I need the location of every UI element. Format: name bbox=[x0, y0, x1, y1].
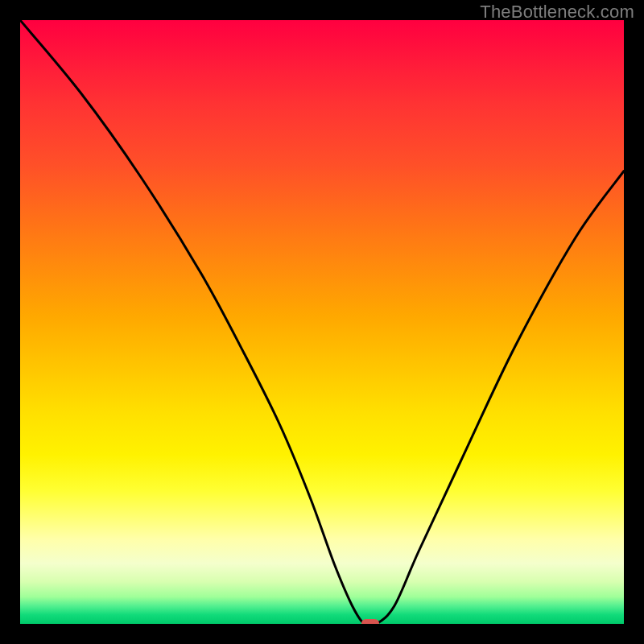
chart-frame: TheBottleneck.com bbox=[0, 0, 644, 644]
optimal-point-marker bbox=[361, 619, 379, 624]
watermark-text: TheBottleneck.com bbox=[480, 2, 634, 23]
bottleneck-curve bbox=[20, 20, 624, 624]
plot-area bbox=[20, 20, 624, 624]
